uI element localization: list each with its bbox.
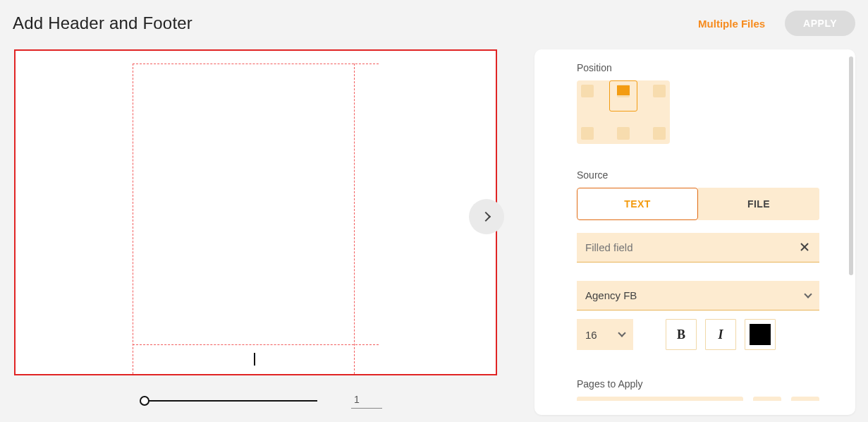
tab-file[interactable]: FILE: [698, 188, 819, 220]
position-bottom-center[interactable]: [617, 127, 630, 140]
position-top-center[interactable]: [617, 85, 630, 97]
chevron-down-icon: [804, 290, 812, 298]
italic-button[interactable]: I: [705, 319, 736, 350]
text-cursor: [254, 353, 255, 366]
next-page-button[interactable]: [469, 199, 504, 234]
chevron-down-icon: [618, 329, 625, 337]
text-color-button[interactable]: [745, 319, 776, 350]
chevron-right-icon: [480, 212, 490, 222]
position-bottom-right[interactable]: [653, 127, 666, 140]
position-top-left[interactable]: [581, 85, 594, 97]
slider-thumb[interactable]: [140, 396, 149, 406]
apply-button[interactable]: APPLY: [785, 11, 855, 36]
source-text-input[interactable]: [585, 241, 798, 253]
position-label: Position: [577, 62, 847, 73]
pages-from-input[interactable]: [753, 397, 781, 401]
bold-button[interactable]: B: [666, 319, 697, 350]
close-icon: [800, 242, 809, 252]
guide-vertical-left: [133, 64, 133, 374]
source-label: Source: [577, 169, 847, 181]
pages-range-input[interactable]: [577, 397, 743, 401]
pages-to-apply-label: Pages to Apply: [577, 378, 847, 390]
position-bottom-left[interactable]: [581, 127, 594, 140]
font-size-select[interactable]: 16: [577, 319, 633, 350]
panel-scrollbar[interactable]: [849, 56, 853, 275]
multiple-files-link[interactable]: Multiple Files: [698, 18, 765, 30]
guide-vertical-right: [354, 64, 355, 374]
guide-horizontal-bottom: [133, 344, 379, 345]
settings-panel: Position Source TEXT FILE: [534, 49, 855, 415]
tab-text[interactable]: TEXT: [577, 188, 698, 220]
page-preview[interactable]: [14, 49, 497, 375]
bold-icon: B: [677, 327, 685, 342]
page-number-input[interactable]: [351, 392, 382, 409]
pages-to-input[interactable]: [791, 397, 819, 401]
slider-track: [145, 400, 317, 402]
font-select[interactable]: Agency FB: [577, 281, 819, 311]
position-top-right[interactable]: [653, 85, 666, 97]
clear-text-button[interactable]: [798, 241, 811, 254]
page-title: Add Header and Footer: [13, 13, 192, 33]
font-size-value: 16: [585, 329, 597, 341]
page-slider[interactable]: [140, 396, 317, 406]
guide-horizontal-top: [133, 64, 379, 64]
color-swatch: [750, 324, 771, 345]
italic-icon: I: [718, 327, 723, 342]
position-grid: [577, 80, 670, 144]
font-name-value: Agency FB: [585, 289, 637, 301]
